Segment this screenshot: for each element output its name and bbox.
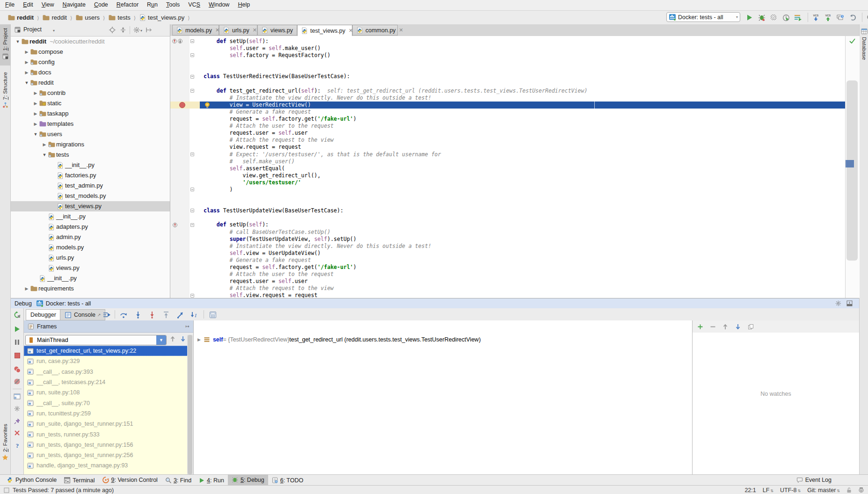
code-line[interactable]: ) [200, 186, 845, 193]
lock-icon[interactable] [846, 487, 852, 493]
tree-item-test_models.py[interactable]: test_models.py [11, 191, 170, 201]
search-everywhere-button[interactable] [866, 13, 868, 22]
editor-tab-test_views.py[interactable]: test_views.py✕ [297, 25, 352, 36]
help-button[interactable]: ? [13, 441, 21, 449]
breadcrumb-item[interactable]: reddit [7, 11, 34, 24]
vcs-commit-button[interactable]: VCS [824, 13, 832, 22]
restore-layout-button[interactable] [13, 392, 21, 400]
code-line[interactable] [200, 214, 845, 221]
fold-marker-icon[interactable] [190, 89, 194, 93]
profiler-button[interactable] [781, 13, 790, 22]
tree-expander[interactable]: ▶ [23, 47, 30, 57]
code-line[interactable]: self.assertEqual( [200, 165, 845, 172]
tree-expander[interactable]: ▶ [32, 109, 39, 119]
tree-item-migrations[interactable]: ▶migrations [11, 139, 170, 150]
code-line[interactable]: def setUp(self): [200, 221, 845, 228]
resume-button[interactable] [13, 325, 21, 333]
run-config-select[interactable]: Docker: tests - all▾ [666, 12, 740, 22]
tree-item-tests[interactable]: ▼tests [11, 150, 170, 160]
lightbulb-icon[interactable] [204, 102, 210, 108]
stack-frame[interactable]: __call__, testcases.py:214 [24, 377, 193, 387]
toolbar-3-find[interactable]: 3: Find [161, 475, 195, 486]
status-message[interactable]: Tests Passed: 7 passed (a minute ago) [13, 487, 114, 494]
show-execution-point-button[interactable] [102, 310, 111, 319]
tree-expander[interactable]: ▼ [15, 36, 21, 47]
breadcrumb-item[interactable]: tests [108, 11, 130, 24]
tab-debugger[interactable]: Debugger [26, 309, 61, 320]
menu-view[interactable]: View [37, 0, 58, 10]
run-to-cursor-button[interactable]: I [190, 310, 198, 319]
code-line[interactable]: class TestUserUpdateView(BaseUserTestCas… [200, 207, 845, 214]
stack-frame[interactable]: __call__, suite.py:70 [24, 398, 193, 408]
stack-frame[interactable]: run_tests, django_test_runner.py:156 [24, 440, 193, 450]
tree-expander[interactable]: ▶ [23, 57, 30, 67]
thread-selector[interactable]: MainThread▼ [25, 335, 167, 345]
rerun-button[interactable] [13, 311, 21, 319]
tool-button-structure[interactable]: 7: Structure [0, 70, 10, 117]
code-line[interactable]: # Instantiate the view directly. Never d… [200, 243, 845, 250]
tree-item-requirements[interactable]: ▶requirements [11, 283, 170, 294]
stack-frame[interactable]: test_get_redirect_url, test_views.py:22 [24, 346, 193, 356]
tree-item-views.py[interactable]: views.py [11, 263, 170, 273]
status-22-1[interactable]: 22:1 [744, 487, 756, 494]
tree-item-reddit[interactable]: ▼reddit [11, 78, 170, 88]
pin-tab-button[interactable] [13, 417, 21, 425]
tree-expander[interactable]: ▼ [23, 78, 30, 88]
toolbar-9-version-control[interactable]: 9: Version Control [99, 475, 161, 485]
fold-marker-icon[interactable] [190, 209, 194, 212]
menu-run[interactable]: Run [143, 0, 162, 10]
code-line[interactable]: def setUp(self): [200, 38, 845, 45]
hide-panel-button[interactable] [146, 27, 152, 33]
step-out-button[interactable] [175, 310, 184, 319]
view-breakpoints-button[interactable] [13, 365, 21, 373]
frame-down-button[interactable] [180, 336, 186, 342]
stack-frame[interactable]: run, case.py:329 [24, 356, 193, 366]
tree-item-compose[interactable]: ▶compose [11, 47, 170, 57]
pause-button[interactable] [13, 338, 21, 346]
coverage-button[interactable] [769, 13, 778, 22]
remove-watch-button[interactable] [709, 323, 716, 330]
move-watch-down-button[interactable] [735, 323, 741, 330]
tree-expander[interactable]: ▶ [23, 67, 30, 78]
stack-frame[interactable]: run_suite, django_test_runner.py:151 [24, 419, 193, 429]
locate-file-button[interactable] [109, 27, 116, 33]
code-line[interactable]: '/users/testuser/' [200, 179, 845, 186]
tree-item-models.py[interactable]: models.py [11, 242, 170, 253]
tab-console[interactable]: Console ↗ [60, 309, 105, 320]
code-line[interactable]: self.factory = RequestFactory() [200, 52, 845, 59]
tree-item-users[interactable]: ▼users [11, 129, 170, 139]
breadcrumb-item[interactable]: test_views.py [139, 11, 184, 24]
mute-breakpoints-button[interactable] [13, 378, 21, 385]
editor-tab-models.py[interactable]: models.py✕ [172, 25, 219, 36]
stack-frame[interactable]: run, suite.py:108 [24, 387, 193, 398]
code-line[interactable] [200, 200, 845, 207]
variable-row[interactable]: ▶self = {TestUserRedirectView} test_get_… [194, 334, 481, 345]
stack-frame[interactable]: run_tests, runner.py:533 [24, 429, 193, 439]
fold-marker-icon[interactable] [190, 75, 194, 79]
rollback-button[interactable] [848, 13, 857, 22]
code-line[interactable]: request = self.factory.get('/fake-url') [200, 116, 845, 123]
fold-marker-icon[interactable] [190, 153, 194, 156]
duplicate-watch-button[interactable] [747, 323, 754, 330]
toolbar-5-debug[interactable]: 5: Debug [228, 475, 268, 485]
menu-window[interactable]: Window [204, 0, 233, 10]
move-watch-up-button[interactable] [722, 323, 729, 330]
stop-button[interactable] [13, 351, 21, 359]
code-line[interactable]: class TestUserRedirectView(BaseUserTestC… [200, 73, 845, 80]
step-over-button[interactable] [119, 310, 128, 319]
tree-expander[interactable]: ▶ [32, 119, 39, 129]
tree-item-test_admin.py[interactable]: test_admin.py [11, 181, 170, 191]
menu-vcs[interactable]: VCS [184, 0, 204, 10]
menu-code[interactable]: Code [90, 0, 112, 10]
editor-tab-common.py[interactable]: common.py✕ [352, 25, 398, 36]
code-line[interactable]: # Attach the request to the view [200, 285, 845, 292]
code-line[interactable] [200, 193, 845, 200]
tool-button-database[interactable]: Database [860, 28, 868, 60]
code-line[interactable]: self.view.request = request [200, 292, 845, 298]
code-editor[interactable]: def setUp(self): self.user = self.make_u… [200, 36, 845, 298]
tree-expander[interactable]: ▼ [41, 150, 48, 160]
close-tab-icon[interactable]: ✕ [399, 27, 403, 33]
code-line[interactable]: request.user = self.user [200, 278, 845, 285]
tree-expander[interactable]: ▶ [23, 283, 30, 294]
tree-item-taskapp[interactable]: ▶taskapp [11, 109, 170, 119]
